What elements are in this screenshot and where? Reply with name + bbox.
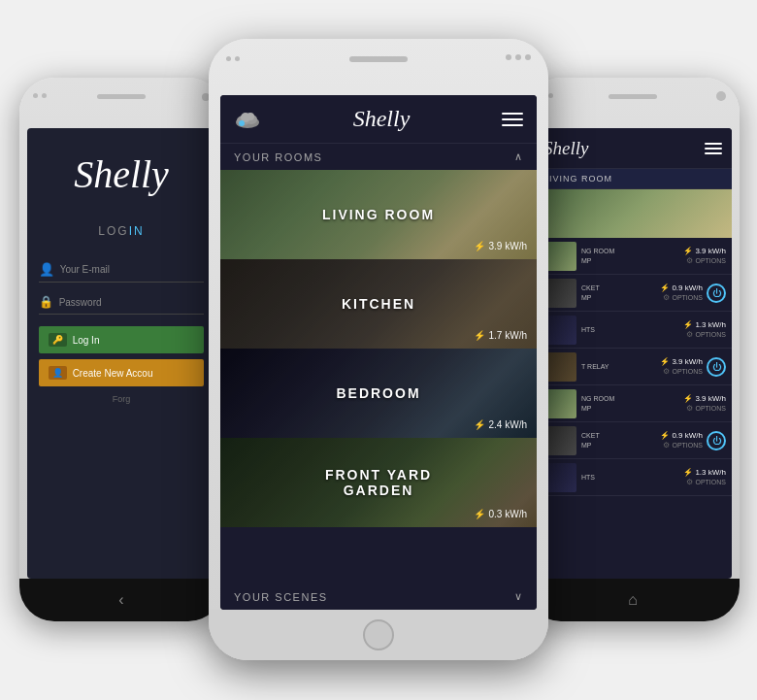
left-screen: Shelly LOGIN 👤 Your E-mail 🔒 Password 🔑 …: [27, 128, 215, 579]
room-name-garden: FRONT YARDGARDEN: [325, 467, 432, 498]
hamburger-line: [502, 124, 523, 126]
center-dots-left: [226, 56, 240, 61]
device-info-1: ⚡3.9 kW/h ⚙OPTIONS: [677, 247, 726, 265]
hamburger-menu[interactable]: [502, 113, 523, 126]
center-nav-bar: [209, 610, 548, 660]
bolt-icon: ⚡: [474, 241, 485, 251]
home-button[interactable]: [363, 619, 394, 650]
room-power-living: ⚡ 3.9 kW/h: [474, 241, 527, 251]
login-label: LOGIN: [98, 224, 144, 238]
home-icon[interactable]: ⌂: [628, 591, 638, 609]
room-power-kitchen: ⚡ 1.7 kW/h: [474, 330, 527, 341]
device-options-4[interactable]: ⚙OPTIONS: [663, 367, 703, 376]
bolt-icon: ⚡: [474, 509, 485, 519]
device-kwh-6: ⚡0.9 kW/h: [660, 431, 703, 440]
bolt-icon: ⚡: [660, 357, 670, 366]
room-name-living: LIVING ROOM: [322, 207, 435, 222]
login-button[interactable]: 🔑 Log In: [39, 326, 205, 353]
power-icon: ⏻: [712, 436, 721, 446]
cloud-icon: [234, 110, 261, 129]
left-phone-speaker: [97, 94, 146, 99]
dot: [506, 54, 511, 60]
dot: [33, 93, 38, 98]
phone-center: Shelly YOUR ROOMS ∧ LIVING ROOM ⚡: [209, 39, 548, 660]
gear-icon: ⚙: [663, 441, 670, 450]
chevron-up-icon[interactable]: ∧: [514, 150, 524, 163]
device-kwh-3: ⚡1.3 kW/h: [683, 320, 726, 329]
center-header: Shelly: [220, 95, 537, 144]
email-field[interactable]: 👤 Your E-mail: [39, 257, 205, 283]
left-logo: Shelly: [74, 151, 169, 197]
device-row-5: NG ROOMMP ⚡3.9 kW/h ⚙OPTIONS: [534, 385, 732, 422]
room-power-bedroom: ⚡ 2.4 kW/h: [474, 419, 527, 430]
room-card-kitchen[interactable]: KITCHEN ⚡ 1.7 kW/h: [220, 259, 537, 349]
center-screen: Shelly YOUR ROOMS ∧ LIVING ROOM ⚡: [220, 95, 537, 610]
password-field[interactable]: 🔒 Password: [39, 290, 205, 315]
device-options-6[interactable]: ⚙OPTIONS: [663, 441, 703, 450]
device-name-4: T RELAY: [576, 362, 654, 371]
room-card-bedroom[interactable]: BEDROOM ⚡ 2.4 kW/h: [220, 349, 537, 438]
center-dots-right: [506, 54, 531, 60]
hamburger-line: [705, 148, 722, 150]
device-kwh-4: ⚡3.9 kW/h: [660, 357, 703, 366]
power-button-2[interactable]: ⏻: [707, 283, 726, 303]
device-name-7: HTS: [576, 473, 677, 482]
dot: [226, 56, 231, 61]
back-arrow-icon[interactable]: ‹: [118, 591, 123, 609]
device-options-7[interactable]: ⚙OPTIONS: [686, 478, 726, 486]
center-header-left: [234, 110, 261, 129]
device-name-3: HTS: [576, 325, 677, 334]
device-options-1[interactable]: ⚙OPTIONS: [686, 256, 726, 265]
device-info-2: ⚡0.9 kW/h ⚙OPTIONS: [654, 283, 703, 302]
room-name-bedroom: BEDROOM: [336, 385, 420, 401]
room-card-living[interactable]: LIVING ROOM ⚡ 3.9 kW/h: [220, 170, 537, 259]
bolt-icon: ⚡: [660, 431, 670, 440]
device-row-6: CKETMP ⚡0.9 kW/h ⚙OPTIONS ⏻: [534, 422, 732, 459]
forgot-link[interactable]: Forg: [113, 394, 131, 404]
bolt-icon: ⚡: [683, 468, 693, 477]
room-card-garden[interactable]: FRONT YARDGARDEN ⚡ 0.3 kW/h: [220, 438, 537, 527]
power-button-4[interactable]: ⏻: [707, 357, 726, 377]
device-kwh-5: ⚡3.9 kW/h: [683, 394, 726, 403]
bolt-icon: ⚡: [474, 330, 485, 341]
hamburger-line: [502, 118, 523, 120]
power-button-6[interactable]: ⏻: [707, 431, 726, 450]
device-options-3[interactable]: ⚙OPTIONS: [686, 330, 726, 339]
gear-icon: ⚙: [686, 330, 693, 339]
device-name-5: NG ROOMMP: [576, 394, 677, 412]
device-row-2: CKETMP ⚡0.9 kW/h ⚙OPTIONS ⏻: [534, 275, 732, 312]
rooms-section-header: YOUR ROOMS ∧: [220, 144, 537, 170]
device-options-5[interactable]: ⚙OPTIONS: [686, 404, 726, 413]
right-hamburger[interactable]: [705, 143, 722, 154]
dot: [548, 93, 553, 98]
dot: [42, 93, 47, 98]
power-icon: ⏻: [712, 288, 721, 298]
left-nav-bar: ‹: [19, 579, 223, 621]
bolt-icon: ⚡: [683, 320, 693, 329]
center-logo: Shelly: [353, 106, 411, 132]
right-speaker: [609, 94, 657, 99]
bolt-icon: ⚡: [660, 283, 670, 292]
room-power-garden: ⚡ 0.3 kW/h: [474, 509, 527, 519]
device-kwh-2: ⚡0.9 kW/h: [660, 283, 703, 292]
device-row-3: HTS ⚡1.3 kW/h ⚙OPTIONS: [534, 312, 732, 349]
device-row-4: T RELAY ⚡3.9 kW/h ⚙OPTIONS ⏻: [534, 349, 732, 385]
bolt-icon: ⚡: [683, 394, 693, 403]
bolt-icon: ⚡: [683, 247, 693, 255]
gear-icon: ⚙: [663, 293, 670, 302]
phone-right: Shelly LIVING ROOM NG ROOMMP ⚡3.9 kW/h: [526, 78, 740, 621]
right-room-bg: [534, 189, 732, 238]
device-kwh-7: ⚡1.3 kW/h: [683, 468, 726, 477]
dot: [515, 54, 521, 60]
hamburger-line: [705, 143, 722, 145]
svg-point-4: [247, 113, 254, 120]
scenes-section-header: YOUR SCENES ∨: [220, 583, 537, 610]
lock-icon: 🔒: [39, 295, 53, 309]
create-account-button[interactable]: 👤 Create New Accou: [39, 359, 205, 386]
gear-icon: ⚙: [686, 256, 693, 265]
device-info-7: ⚡1.3 kW/h ⚙OPTIONS: [677, 468, 726, 486]
chevron-down-icon[interactable]: ∨: [514, 590, 524, 603]
hamburger-line: [502, 113, 523, 115]
device-options-2[interactable]: ⚙OPTIONS: [663, 293, 703, 302]
hamburger-line: [705, 152, 722, 154]
